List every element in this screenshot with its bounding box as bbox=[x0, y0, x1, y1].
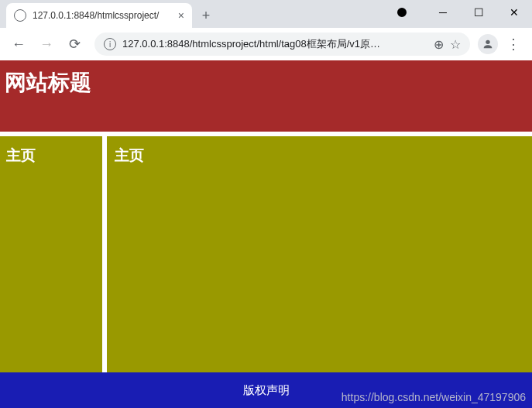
close-icon[interactable]: × bbox=[178, 9, 184, 22]
forward-button[interactable]: → bbox=[34, 32, 59, 57]
site-info-icon[interactable]: i bbox=[104, 38, 116, 50]
address-bar[interactable]: i 127.0.0.1:8848/htmlcssproject/html/tag… bbox=[94, 33, 470, 56]
page-header: 网站标题 bbox=[0, 60, 532, 132]
watermark: https://blog.csdn.net/weixin_47197906 bbox=[342, 391, 526, 403]
close-window-button[interactable]: ✕ bbox=[496, 0, 532, 25]
maximize-button[interactable]: ☐ bbox=[461, 0, 496, 25]
person-icon bbox=[482, 38, 494, 50]
site-title: 网站标题 bbox=[5, 70, 91, 94]
main-frame: 主页 bbox=[107, 136, 532, 372]
media-indicator-icon[interactable] bbox=[397, 8, 407, 17]
footer-text: 版权声明 bbox=[243, 383, 290, 398]
page-viewport: 网站标题 主页 主页 版权声明 https://blog.csdn.net/we… bbox=[0, 60, 532, 408]
sidebar-frame: 主页 bbox=[0, 136, 107, 372]
profile-avatar[interactable] bbox=[478, 34, 498, 54]
page-body: 主页 主页 bbox=[0, 136, 532, 372]
main-heading: 主页 bbox=[115, 146, 524, 166]
bookmark-icon[interactable]: ☆ bbox=[450, 37, 461, 52]
search-icon[interactable]: ⊕ bbox=[434, 37, 444, 52]
svg-point-0 bbox=[486, 40, 489, 44]
tab-title: 127.0.0.1:8848/htmlcssproject/ bbox=[33, 10, 172, 21]
browser-tab[interactable]: 127.0.0.1:8848/htmlcssproject/ × bbox=[6, 3, 192, 28]
minimize-button[interactable]: ─ bbox=[425, 0, 461, 25]
globe-icon bbox=[14, 9, 26, 22]
address-text: 127.0.0.1:8848/htmlcssproject/html/tag08… bbox=[122, 37, 427, 51]
reload-button[interactable]: ⟳ bbox=[62, 32, 87, 57]
new-tab-button[interactable]: + bbox=[195, 5, 217, 26]
address-bar-row: ← → ⟳ i 127.0.0.1:8848/htmlcssproject/ht… bbox=[0, 28, 532, 60]
sidebar-heading: 主页 bbox=[6, 146, 96, 166]
window-controls: ─ ☐ ✕ bbox=[397, 0, 532, 25]
browser-chrome: 127.0.0.1:8848/htmlcssproject/ × + ─ ☐ ✕… bbox=[0, 0, 532, 60]
back-button[interactable]: ← bbox=[6, 32, 31, 57]
menu-button[interactable]: ⋮ bbox=[501, 32, 526, 57]
